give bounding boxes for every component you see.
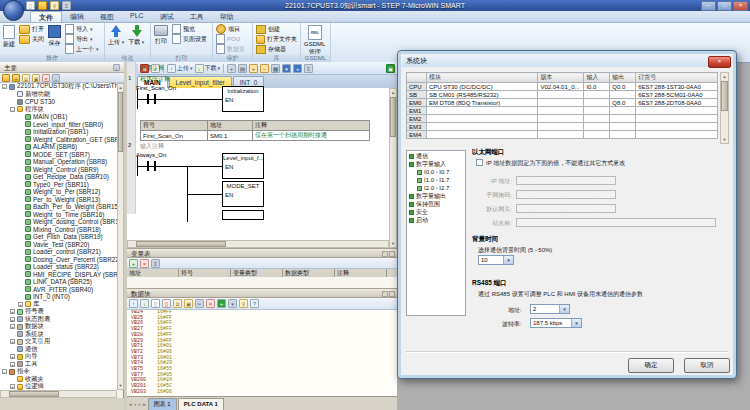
tree-vertical-scrollbar[interactable]: ▲ ▼ <box>117 83 124 390</box>
quick-access-icon[interactable] <box>38 1 47 10</box>
data-block-row[interactable]: VB203 16#D6 <box>127 390 397 396</box>
tree-toggle-icon[interactable] <box>10 332 15 337</box>
ladder-vertical-scrollbar[interactable]: ▲ ▼ <box>389 88 397 248</box>
ribbon-tab[interactable]: 文件 <box>30 11 62 22</box>
upload-button[interactable]: 上传 <box>106 24 126 54</box>
module-name[interactable] <box>426 123 537 131</box>
tree-toggle-icon[interactable] <box>18 219 23 224</box>
tree-toggle-icon[interactable]: + <box>10 362 15 367</box>
tree-toggle-icon[interactable] <box>18 122 23 127</box>
maximize-button[interactable]: □ <box>717 1 732 11</box>
ladder-editor[interactable]: 程序注释 1 程序段注释 First_Scan_On Initializatio… <box>127 88 389 240</box>
settings-tree-item[interactable]: 数字量输入 <box>407 160 465 168</box>
tree-item[interactable]: Level_input_filter (SBR0) <box>0 121 117 129</box>
tree-item[interactable]: + 向导 <box>0 353 117 361</box>
open-button[interactable]: 打开 <box>17 24 46 34</box>
tree-toggle-icon[interactable]: + <box>10 309 15 314</box>
editor-toolbar-icon[interactable] <box>260 64 269 73</box>
tree-item[interactable]: HMI_RECIPE_DISPLAY (SBR24) <box>0 271 117 279</box>
tree-item[interactable]: 收藏夹 <box>0 376 117 384</box>
page-nav-icon[interactable]: » <box>142 401 145 407</box>
tree-toggle-icon[interactable] <box>18 182 23 187</box>
tree-item[interactable]: + 符号表 <box>0 308 117 316</box>
nav-strip-icon[interactable] <box>12 74 20 82</box>
module-table-row[interactable]: EM1 <box>407 107 718 115</box>
dialog-title-bar[interactable]: 系统块 × <box>402 55 732 67</box>
gsdml-manage-button[interactable]: GSDML管理 <box>302 24 327 54</box>
tab-close-icon[interactable] <box>187 78 191 85</box>
tree-toggle-icon[interactable]: − <box>2 369 7 374</box>
new-button[interactable]: 新建 <box>1 24 17 54</box>
module-name[interactable]: SB CM01 (RS485/RS232) <box>426 91 537 99</box>
tree-toggle-icon[interactable] <box>18 272 23 277</box>
nav-strip-icon[interactable] <box>2 74 10 82</box>
tree-toggle-icon[interactable]: + <box>10 324 15 329</box>
tree-item[interactable]: AVR_FITER (SBR40) <box>0 286 117 294</box>
tree-item[interactable]: Loader_status (SBR23) <box>0 263 117 271</box>
panel-pin-icon[interactable] <box>382 251 388 257</box>
data-block-toolbar-icon[interactable] <box>217 299 226 308</box>
tree-item[interactable]: ALARM (SBR6) <box>0 143 117 151</box>
tree-toggle-icon[interactable] <box>18 294 23 299</box>
tree-toggle-icon[interactable] <box>18 234 23 239</box>
settings-tree-item[interactable]: I0.0 - I0.7 <box>407 168 465 176</box>
module-name[interactable] <box>426 115 537 123</box>
tree-item[interactable]: LINK_DATA (SBR25) <box>0 278 117 286</box>
tree-toggle-icon[interactable] <box>18 212 23 217</box>
variable-table-empty-row[interactable] <box>127 277 397 288</box>
tree-item[interactable]: Bacth_Per_to_Weight (SBR15) <box>0 203 117 211</box>
data-block-toolbar-icon[interactable] <box>173 299 182 308</box>
save-button[interactable]: 保存 <box>46 24 63 54</box>
data-block-toolbar-icon[interactable] <box>250 299 259 308</box>
settings-tree-item[interactable]: 启动 <box>407 216 465 224</box>
tree-toggle-icon[interactable] <box>18 114 23 119</box>
tree-toggle-icon[interactable] <box>10 377 15 382</box>
upload-toolbar-button[interactable]: 上传 <box>167 64 193 73</box>
module-table-scrollbar[interactable]: ▲ ▼ <box>720 72 729 144</box>
download-button[interactable]: 下载 <box>126 24 146 54</box>
data-page-tab[interactable]: 图表 1 <box>148 398 177 410</box>
nav-strip-icon[interactable] <box>52 74 60 82</box>
settings-tree-item[interactable]: I1.0 - I1.7 <box>407 176 465 184</box>
nav-strip-icon[interactable] <box>32 74 40 82</box>
tree-item[interactable]: Weight_Control (SBR9) <box>0 166 117 174</box>
page-nav-icon[interactable]: « <box>129 401 132 407</box>
editor-toolbar-icon[interactable] <box>227 64 236 73</box>
data-block-toolbar-icon[interactable] <box>206 299 215 308</box>
variable-table-column-header[interactable]: 符号 <box>179 269 231 277</box>
chevron-down-icon[interactable]: ▾ <box>503 256 513 264</box>
module-table-row[interactable]: SB SB CM01 (RS485/RS232) 6ES7 288-5CM01-… <box>407 91 718 99</box>
panel-close-icon[interactable] <box>389 291 395 297</box>
tree-item[interactable]: + 交叉引用 <box>0 338 117 346</box>
tree-toggle-icon[interactable]: − <box>10 107 15 112</box>
tree-toggle-icon[interactable] <box>18 159 23 164</box>
tree-toggle-icon[interactable] <box>10 92 15 97</box>
tree-item[interactable]: Get_Recipe_Data (SBR10) <box>0 173 117 181</box>
ribbon-tab[interactable]: 调试 <box>152 11 182 22</box>
tree-item[interactable]: 通信 <box>0 346 117 354</box>
tree-item[interactable]: INT_0 (INT0) <box>0 293 117 301</box>
editor-toolbar-icon[interactable] <box>304 64 313 73</box>
quick-access-icon[interactable] <box>62 1 71 10</box>
open-library-folder-button[interactable]: 打开文件夹 <box>254 34 299 44</box>
tree-item[interactable]: Weight_Calibration_GET (SBR2) <box>0 136 117 144</box>
tree-item[interactable]: Vavle_Test (SBR20) <box>0 241 117 249</box>
create-library-button[interactable]: 创建 <box>254 24 299 34</box>
module-table-row[interactable]: EM0 EM DT08 (8DQ Transistor) Q8.0 6ES7 2… <box>407 99 718 107</box>
tree-toggle-icon[interactable] <box>18 174 23 179</box>
tree-toggle-icon[interactable] <box>10 99 15 104</box>
previous-button[interactable]: 上一个 <box>63 44 101 54</box>
tree-item[interactable]: 系统块 <box>0 331 117 339</box>
data-block-toolbar-icon[interactable] <box>129 299 138 308</box>
tree-toggle-icon[interactable]: + <box>10 339 15 344</box>
download-toolbar-button[interactable]: 下载 <box>195 64 221 73</box>
data-block-toolbar-icon[interactable] <box>140 299 149 308</box>
tree-toggle-icon[interactable]: + <box>10 317 15 322</box>
background-time-select[interactable]: 10 ▾ <box>478 255 514 265</box>
tree-item[interactable]: CPU ST30 <box>0 98 117 106</box>
tree-item[interactable]: − 程序块 <box>0 106 117 114</box>
network-comment[interactable]: 输入注释 <box>140 142 164 151</box>
page-nav-icon[interactable]: › <box>138 401 140 407</box>
tree-item[interactable]: Per_to_Weight (SBR13) <box>0 196 117 204</box>
tree-item[interactable]: Weight_to_Per (SBR12) <box>0 188 117 196</box>
